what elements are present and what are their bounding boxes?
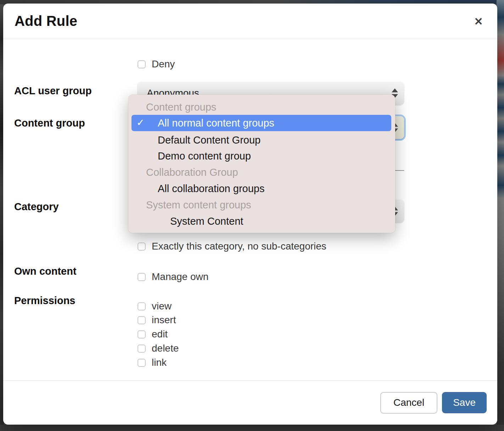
delete-checkbox[interactable] <box>138 345 146 353</box>
content-group-dropdown: Content groups ✓ All normal content grou… <box>128 95 395 233</box>
dropdown-group-header: System content groups <box>128 197 395 213</box>
close-icon: ✕ <box>474 16 483 27</box>
dropdown-option[interactable]: Default Content Group <box>128 132 395 148</box>
modal-header: Add Rule ✕ <box>3 4 497 39</box>
modal-title: Add Rule <box>15 13 77 29</box>
manage-own-label: Manage own <box>152 271 208 282</box>
permission-row: link <box>138 356 167 370</box>
cancel-button[interactable]: Cancel <box>380 392 437 414</box>
modal-footer: Cancel Save <box>3 380 497 425</box>
deny-checkbox[interactable] <box>138 60 146 68</box>
exact-category-row: Exactly this category, no sub-categories <box>138 239 326 253</box>
permission-row: edit <box>138 327 168 341</box>
link-checkbox[interactable] <box>138 359 146 367</box>
acl-user-group-label: ACL user group <box>14 85 92 97</box>
permission-row: view <box>138 299 172 313</box>
manage-own-row: Manage own <box>138 270 208 284</box>
exact-category-checkbox[interactable] <box>138 242 146 251</box>
edit-checkbox[interactable] <box>138 330 146 338</box>
link-label: link <box>152 357 167 368</box>
view-label: view <box>152 301 172 312</box>
checkmark-icon: ✓ <box>136 117 145 128</box>
dropdown-group-header: Collaboration Group <box>128 164 395 180</box>
edit-label: edit <box>152 329 168 340</box>
dropdown-option-label: All normal content groups <box>158 117 274 129</box>
manage-own-checkbox[interactable] <box>138 273 146 281</box>
dropdown-option-selected[interactable]: ✓ All normal content groups <box>131 115 391 131</box>
dropdown-option[interactable]: All collaboration groups <box>128 180 395 197</box>
permissions-label: Permissions <box>14 295 75 307</box>
permission-row: delete <box>138 341 179 356</box>
view-checkbox[interactable] <box>138 302 146 310</box>
permission-row: insert <box>138 313 176 327</box>
save-button[interactable]: Save <box>442 392 487 413</box>
dropdown-option[interactable]: Demo content group <box>128 148 395 164</box>
deny-row: Deny <box>138 57 175 71</box>
background-page-bottom-edge <box>0 425 504 431</box>
exact-category-label: Exactly this category, no sub-categories <box>152 241 326 252</box>
own-content-label: Own content <box>14 265 77 277</box>
background-page-right-edge <box>497 0 504 431</box>
dropdown-option[interactable]: System Content <box>128 213 395 229</box>
close-button[interactable]: ✕ <box>470 13 487 30</box>
deny-label: Deny <box>152 58 175 70</box>
dropdown-group-header: Content groups <box>128 99 395 115</box>
insert-label: insert <box>152 314 176 326</box>
delete-label: delete <box>152 343 179 354</box>
category-label: Category <box>14 201 59 213</box>
content-group-label: Content group <box>14 117 85 129</box>
insert-checkbox[interactable] <box>138 316 146 324</box>
add-rule-modal: Add Rule ✕ Deny ACL user group Anonymous… <box>3 4 497 425</box>
